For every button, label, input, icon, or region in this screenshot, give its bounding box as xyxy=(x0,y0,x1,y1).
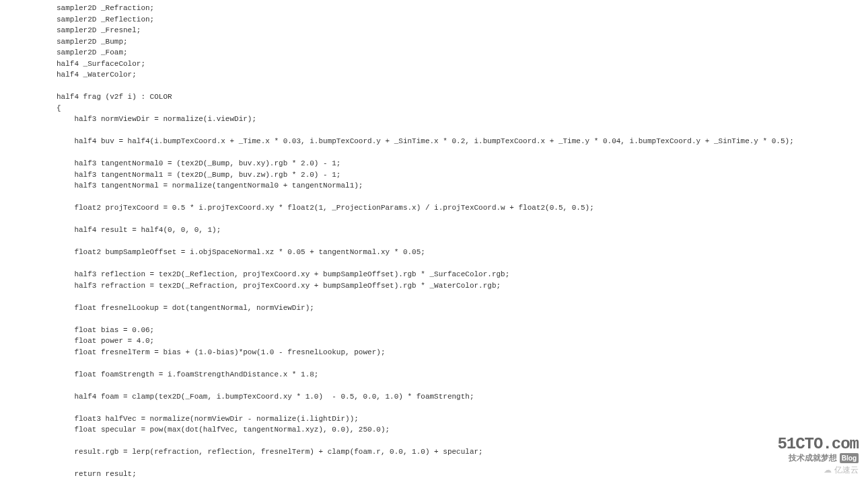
watermark-brand: 51CTO.com xyxy=(777,437,859,452)
watermark-sub: ☁亿速云 xyxy=(777,464,859,476)
code-block: sampler2D _Refraction; sampler2D _Reflec… xyxy=(57,3,868,480)
cloud-icon: ☁ xyxy=(824,465,832,475)
watermark-tagline: 技术成就梦想Blog xyxy=(777,452,859,464)
blog-badge: Blog xyxy=(840,453,859,463)
watermark: 51CTO.com 技术成就梦想Blog ☁亿速云 xyxy=(777,437,859,476)
